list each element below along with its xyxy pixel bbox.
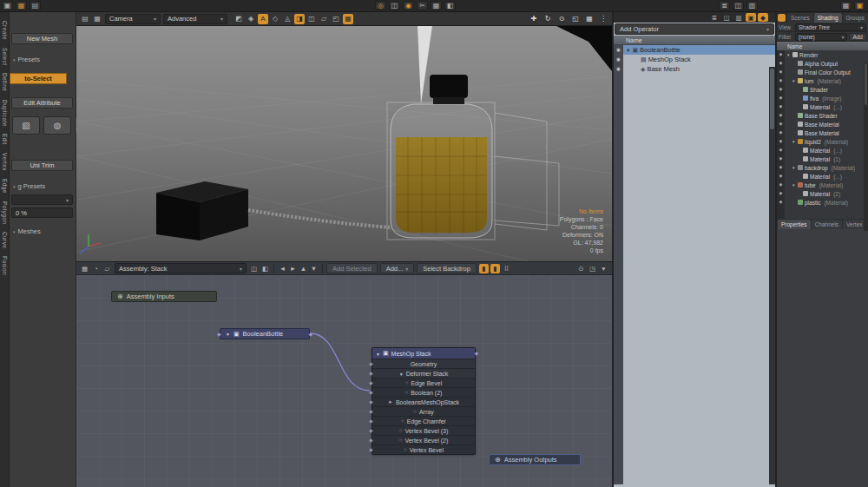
visibility-eye-icon[interactable]: ◉ xyxy=(777,181,785,189)
sidebar-tab[interactable]: Duplicate xyxy=(2,100,8,127)
properties-tab[interactable]: Vertex xyxy=(843,220,865,229)
meshes-section-label[interactable]: Meshes xyxy=(13,227,41,235)
auto-select-button[interactable]: to-Select xyxy=(10,73,67,84)
meshop-operator-row[interactable]: ◆ ○ Edge Chamfer xyxy=(372,416,475,425)
save-scene-icon[interactable]: ▤ xyxy=(30,1,41,10)
list-search-icon[interactable]: ◆ xyxy=(758,13,768,22)
workspace-toggle-icon[interactable]: ▮ xyxy=(490,264,500,273)
primitive-cube-icon[interactable]: ▧ xyxy=(12,116,40,135)
expand-arrow-icon[interactable]: ▼ xyxy=(786,53,791,57)
connector-icon[interactable]: ◆ xyxy=(369,409,373,414)
sidebar-tab[interactable]: Vertex xyxy=(2,153,8,171)
visibility-eye-icon[interactable]: ◉ xyxy=(777,111,785,120)
shader-tree-scrollbar[interactable] xyxy=(864,63,868,231)
sidebar-tab[interactable]: Edge xyxy=(2,179,8,194)
nav-back-icon[interactable]: ◄ xyxy=(278,264,287,273)
edit-attribute-button[interactable]: Edit Attribute xyxy=(11,97,73,109)
new-mesh-button[interactable]: New Mesh xyxy=(11,33,73,44)
boolean-bottle-node[interactable]: ◆ BooleanBottle ◆ xyxy=(220,328,310,339)
shader-tree-row[interactable]: ◉ Shader xyxy=(777,85,868,94)
visibility-eye-icon[interactable]: ◉ xyxy=(777,76,785,85)
properties-tab[interactable]: Channels xyxy=(812,220,842,229)
visibility-eye-icon[interactable]: ◉ xyxy=(777,198,785,207)
visibility-eye-icon[interactable]: ◉ xyxy=(777,155,785,163)
geometry-row[interactable]: ◆ Geometry xyxy=(372,359,475,368)
connector-icon[interactable]: ◆ xyxy=(369,447,373,452)
add-button[interactable]: Add xyxy=(849,33,866,41)
viewport-menu-icon[interactable]: ⋮ xyxy=(598,14,608,24)
connector-icon[interactable]: ◆ xyxy=(369,390,373,395)
shader-tree-name-header[interactable]: Name xyxy=(777,42,868,50)
properties-tab[interactable]: Properties xyxy=(778,220,811,229)
shader-tree-row[interactable]: ◉ ▼ liquid2 (Material) xyxy=(777,137,868,146)
strength-field[interactable]: 0 % xyxy=(11,207,73,218)
shader-tree-row[interactable]: ◉ ▼ tube (Material) xyxy=(777,181,868,189)
viewport-3d-scene[interactable]: No ItemsPolygons : FaceChannels: 0Deform… xyxy=(76,26,612,261)
connector-icon[interactable]: ◆ xyxy=(369,371,373,376)
zoom-schematic-icon[interactable]: ⊙ xyxy=(576,264,586,273)
uni-trim-button[interactable]: Uni Trim xyxy=(11,160,73,171)
collapse-arrow-icon[interactable] xyxy=(376,351,380,357)
expand-arrow-icon[interactable]: ▼ xyxy=(792,183,796,188)
meshop-operator-row[interactable]: ◆ ○ Array xyxy=(372,406,475,416)
item-list-row[interactable]: ◉ ◈ Base Mesh xyxy=(614,64,775,74)
collapse-arrow-icon[interactable] xyxy=(399,371,404,377)
panel-toggle-icon[interactable]: ▥ xyxy=(746,1,758,10)
nav-down-icon[interactable]: ▼ xyxy=(309,264,319,273)
primitive-sphere-icon[interactable]: ◍ xyxy=(43,116,71,135)
scrollbar-thumb[interactable] xyxy=(770,69,774,129)
overlay-toggle-icon[interactable]: ◰ xyxy=(331,14,341,24)
add-operator-dropdown[interactable]: Add Operator xyxy=(615,23,774,35)
shader-tree-row[interactable]: ◉ Base Shader xyxy=(777,111,868,120)
shaded-toggle-icon[interactable]: ◨ xyxy=(294,14,305,24)
list-columns-icon[interactable]: ◫ xyxy=(721,13,732,22)
camera-dropdown[interactable]: Camera xyxy=(105,14,161,24)
snapping-icon[interactable]: ◉ xyxy=(403,1,414,10)
shader-tree-row[interactable]: ◉ ▼ backdrop (Material) xyxy=(777,163,868,172)
slice-tool-icon[interactable]: ✂ xyxy=(417,1,428,10)
add-dropdown[interactable]: Add... xyxy=(380,263,415,273)
node-align-icon[interactable]: ◫ xyxy=(249,264,259,273)
expand-arrow-icon[interactable]: ▼ xyxy=(626,48,630,53)
connector-icon[interactable]: ◆ xyxy=(369,418,373,424)
visibility-eye-icon[interactable]: ◉ xyxy=(614,64,623,74)
split-layout-icon[interactable]: ◫ xyxy=(733,1,744,10)
add-selected-button[interactable]: Add Selected xyxy=(326,263,378,273)
symmetry-icon[interactable]: ◫ xyxy=(389,1,400,10)
meshop-operator-row[interactable]: ◆ ○ Vertex Bevel (3) xyxy=(372,425,475,435)
visibility-eye-icon[interactable]: ◉ xyxy=(777,189,785,198)
schematic-trace-icon[interactable]: ◔ xyxy=(91,264,101,273)
sidebar-tab[interactable]: Curve xyxy=(2,232,8,248)
shader-tree-row[interactable]: ◉ Final Color Output xyxy=(777,68,868,76)
link-style-toggle-icon[interactable]: ▮ xyxy=(479,264,489,273)
list-filter-icon[interactable]: ▥ xyxy=(733,13,744,22)
sidebar-tab[interactable]: Select xyxy=(2,48,8,65)
rotate-view-icon[interactable]: ↻ xyxy=(542,14,553,24)
meshop-stack-node[interactable]: MeshOp Stack ◆ ◆ Geometry ◆ Deformer Sta… xyxy=(372,347,476,455)
visibility-eye-icon[interactable]: ◉ xyxy=(777,172,785,181)
meshop-node-header[interactable]: MeshOp Stack ◆ xyxy=(372,348,475,359)
sidebar-tab[interactable]: Polygon xyxy=(2,201,8,224)
ghost-mode-toggle-icon[interactable]: ◇ xyxy=(270,14,280,24)
item-list-row[interactable]: ◉ ▤ MeshOp Stack xyxy=(614,55,775,64)
layout-switch-icon[interactable]: ▦ xyxy=(16,1,27,10)
viewport-layout-icon[interactable]: ▦ xyxy=(584,14,595,24)
maximize-view-icon[interactable]: ◱ xyxy=(570,14,581,24)
select-backdrop-button[interactable]: Select Backdrop xyxy=(417,263,477,273)
lock-toggle-icon[interactable]: ◈ xyxy=(246,14,256,24)
sidebar-tab[interactable]: Create xyxy=(2,21,8,40)
shader-tree-row[interactable]: ◉ Alpha Output xyxy=(777,59,868,68)
meshop-operator-row[interactable]: ◆ ○ Vertex Bevel (2) xyxy=(372,435,475,444)
falloff-dropdown[interactable] xyxy=(11,194,73,205)
collapse-arrow-icon[interactable] xyxy=(226,330,230,338)
shader-tree-row[interactable]: ◉ plastic (Material) xyxy=(777,198,868,207)
visibility-eye-icon[interactable]: ◉ xyxy=(777,146,785,155)
visibility-toggle-icon[interactable]: ◩ xyxy=(233,14,244,24)
proxy-toggle-icon[interactable]: ▱ xyxy=(319,14,329,24)
visibility-eye-icon[interactable]: ◉ xyxy=(777,163,785,172)
expand-arrow-icon[interactable]: ▼ xyxy=(792,166,796,170)
expand-arrow-icon[interactable]: ▼ xyxy=(792,79,796,83)
connector-icon[interactable]: ◆ xyxy=(369,438,373,443)
fit-schematic-icon[interactable]: ◳ xyxy=(588,264,597,273)
auto-visibility-toggle-icon[interactable]: A xyxy=(258,14,268,24)
